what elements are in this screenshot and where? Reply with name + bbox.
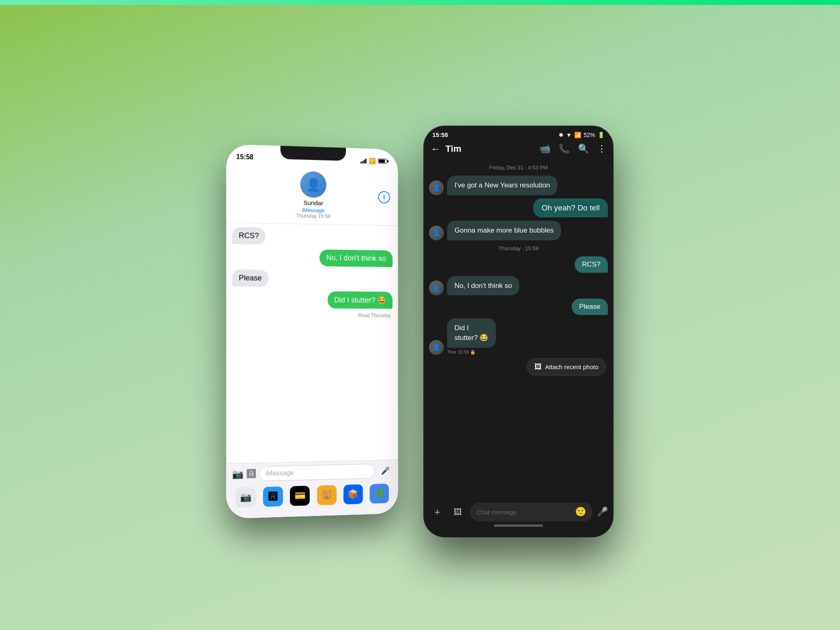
bubble-green-stutter: Did I stutter? 😂 — [328, 291, 393, 309]
android-time: 15:58 — [432, 131, 448, 138]
bubble-green: No, I don't think so — [320, 249, 392, 267]
message-no-received: 👤 No, I don't think so — [429, 276, 608, 296]
tim-avatar-2: 👤 — [429, 226, 444, 240]
apple-pay-icon[interactable]: 💳 — [290, 486, 310, 506]
iphone-contact-name: Sundar — [304, 199, 323, 206]
monkey-icon[interactable]: 🐒 — [317, 485, 337, 505]
bubble-stutter: Did I stutter? 😂 — [447, 318, 496, 348]
app-store-icon[interactable]: 🅰 — [263, 486, 283, 507]
iphone-header: 👤 Sundar iMessage Thursday 15:58 i — [226, 165, 398, 226]
tim-avatar-4: 👤 — [429, 340, 444, 355]
android-header-icons: 📹 📞 🔍 ⋮ — [539, 144, 606, 154]
microphone-button[interactable]: 🎤 — [597, 507, 608, 517]
tim-avatar-1: 👤 — [429, 180, 444, 195]
bubble-gray-please: Please — [232, 269, 269, 287]
signal-icon: 📶 — [574, 132, 581, 138]
home-indicator — [494, 525, 543, 527]
message-rcs-sent: RCS? — [429, 256, 608, 273]
android-chat-area: Friday, Dec 31 · 4:53 PM 👤 I've got a Ne… — [424, 160, 613, 499]
battery-icon: 🔋 — [598, 132, 605, 138]
bubble-please: Please — [572, 299, 608, 315]
attach-recent-photo-button[interactable]: 🖼 Attach recent photo — [527, 358, 606, 376]
message-please-sent: Please — [429, 299, 608, 315]
tim-avatar-3: 👤 — [429, 281, 444, 295]
message-no-sent: No, I don't think so — [232, 248, 393, 267]
dropbox-icon[interactable]: 📦 — [343, 484, 363, 504]
read-receipt: Read Thursday — [232, 312, 393, 318]
battery-level: 52% — [584, 132, 595, 138]
bubble-ohyeah: Oh yeah? Do tell — [533, 199, 608, 217]
iphone-message-type: iMessage Thursday 15:58 — [296, 207, 330, 219]
google-photos-icon[interactable]: 🌿 — [370, 484, 389, 504]
back-button[interactable]: ← — [431, 143, 441, 155]
bubble-no: No, I don't think so — [447, 276, 519, 296]
android-bottom-bar: + 🖼 Chat message 🙂 🎤 — [424, 499, 613, 536]
android-header: ← Tim 📹 📞 🔍 ⋮ — [424, 140, 613, 160]
message-please-received: Please — [232, 269, 393, 288]
android-device: 15:58 ✱ ▼ 📶 52% 🔋 ← Tim 📹 📞 🔍 ⋮ — [424, 126, 613, 536]
search-icon[interactable]: 🔍 — [578, 144, 589, 154]
message-stutter-sent: Did I stutter? 😂 — [232, 291, 393, 309]
iphone-info-button[interactable]: i — [378, 191, 390, 203]
photo-icon: 🖼 — [534, 363, 542, 371]
message-ohyeah-sent: Oh yeah? Do tell — [429, 199, 608, 217]
android-status-icons: ✱ ▼ 📶 52% 🔋 — [559, 132, 605, 138]
iphone-device: 15:58 🛜 — [226, 144, 398, 518]
android-contact-name: Tim — [445, 144, 534, 154]
media-button[interactable]: 🖼 — [450, 504, 466, 520]
bubble-resolution: I've got a New Years resolution — [447, 176, 557, 195]
message-bluebubbles-received: 👤 Gonna make more blue bubbles — [429, 221, 608, 240]
message-timestamp-small: Thur 15:58 🔒 — [447, 349, 512, 355]
microphone-icon[interactable]: 🎤 — [378, 463, 393, 478]
iphone-time: 15:58 — [236, 153, 253, 161]
android-statusbar: 15:58 ✱ ▼ 📶 52% 🔋 — [424, 126, 613, 140]
iphone-app-bar: 📷 🅰 💳 🐒 📦 🌿 — [232, 481, 393, 510]
camera-app-icon[interactable]: 📷 — [236, 487, 256, 508]
android-chat-input[interactable]: Chat message 🙂 — [470, 502, 593, 521]
chat-timestamp-friday: Friday, Dec 31 · 4:53 PM — [429, 164, 608, 171]
imessage-conversation: RCS? No, I don't think so Please Did I s… — [226, 223, 398, 322]
message-stutter-received: 👤 Did I stutter? 😂 Thur 15:58 🔒 — [429, 318, 608, 355]
message-rcs-received: RCS? — [232, 227, 393, 247]
emoji-button[interactable]: 🙂 — [575, 507, 586, 517]
bluetooth-icon: ✱ — [559, 132, 564, 138]
more-options-icon[interactable]: ⋮ — [597, 144, 606, 154]
iphone-notch — [281, 146, 346, 161]
bubble-rcs: RCS? — [575, 256, 608, 273]
camera-icon[interactable]: 📷 — [232, 469, 244, 480]
iphone-status-icons: 🛜 — [361, 157, 388, 164]
iphone-bottom-bar: 📷 🅰 iMessage 🎤 📷 🅰 💳 🐒 📦 🌿 — [226, 459, 398, 518]
chat-timestamp-thursday: Thursday · 15:58 — [429, 245, 608, 251]
video-call-icon[interactable]: 📹 — [539, 144, 550, 154]
phone-call-icon[interactable]: 📞 — [559, 144, 570, 154]
bubble-bluebubbles: Gonna make more blue bubbles — [447, 221, 561, 240]
imessage-input[interactable]: iMessage — [259, 464, 375, 482]
apps-icon[interactable]: 🅰 — [247, 468, 256, 479]
iphone-contact-avatar: 👤 — [300, 171, 326, 198]
add-attachment-button[interactable]: + — [429, 504, 445, 520]
message-resolution-received: 👤 I've got a New Years resolution — [429, 176, 608, 195]
wifi-icon: ▼ — [566, 132, 572, 138]
bubble-gray: RCS? — [232, 227, 266, 245]
